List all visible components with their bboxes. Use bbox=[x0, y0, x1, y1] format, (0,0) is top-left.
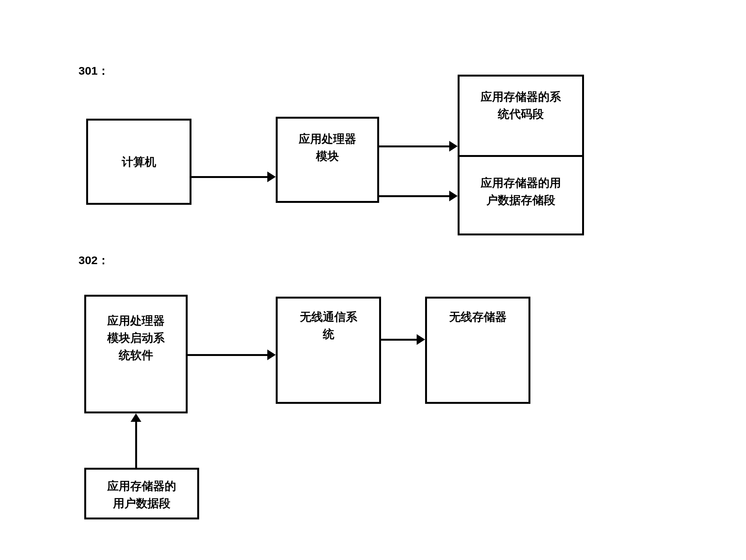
box-wireless-comm: 无线通信系 统 bbox=[276, 297, 381, 404]
arrow-head-computer-to-processor bbox=[267, 171, 276, 182]
arrow-head-processor-to-userdata bbox=[449, 191, 458, 201]
step-label-301: 301： bbox=[79, 63, 109, 79]
arrow-head-boot-to-wireless bbox=[267, 349, 276, 360]
box-computer: 计算机 bbox=[86, 119, 191, 205]
box-app-mem-user-seg: 应用存储器的 用户数据段 bbox=[84, 468, 199, 519]
arrow-head-wireless-to-storage bbox=[417, 334, 425, 345]
arrow-boot-to-wireless bbox=[188, 354, 267, 356]
box-wireless-storage: 无线存储器 bbox=[425, 297, 530, 404]
box-app-mem-user-data: 应用存储器的用 户数据存储段 bbox=[458, 155, 584, 235]
arrow-wireless-to-storage bbox=[381, 339, 417, 341]
box-app-mem-sys-code: 应用存储器的系 统代码段 bbox=[458, 75, 584, 157]
box-wireless-storage-text: 无线存储器 bbox=[449, 308, 507, 325]
box-app-mem-user-seg-text: 应用存储器的 用户数据段 bbox=[107, 477, 176, 512]
box-app-processor-boot-text: 应用处理器 模块启动系 统软件 bbox=[107, 312, 165, 364]
box-wireless-comm-text: 无线通信系 统 bbox=[300, 308, 357, 343]
arrow-head-processor-to-syscode bbox=[449, 141, 458, 152]
box-computer-text: 计算机 bbox=[122, 153, 156, 170]
box-app-processor-module-text: 应用处理器 模块 bbox=[299, 130, 356, 165]
box-app-mem-sys-code-text: 应用存储器的系 统代码段 bbox=[481, 88, 561, 122]
arrow-processor-to-userdata bbox=[379, 195, 449, 197]
arrow-userseg-to-boot bbox=[135, 422, 137, 468]
box-app-processor-module: 应用处理器 模块 bbox=[276, 117, 379, 203]
arrow-head-userseg-to-boot bbox=[131, 413, 141, 422]
arrow-processor-to-syscode bbox=[379, 145, 449, 147]
arrow-computer-to-processor bbox=[191, 176, 267, 178]
box-app-processor-boot: 应用处理器 模块启动系 统软件 bbox=[84, 295, 188, 413]
box-app-mem-user-data-text: 应用存储器的用 户数据存储段 bbox=[481, 174, 561, 209]
step-label-302: 302： bbox=[79, 253, 109, 268]
